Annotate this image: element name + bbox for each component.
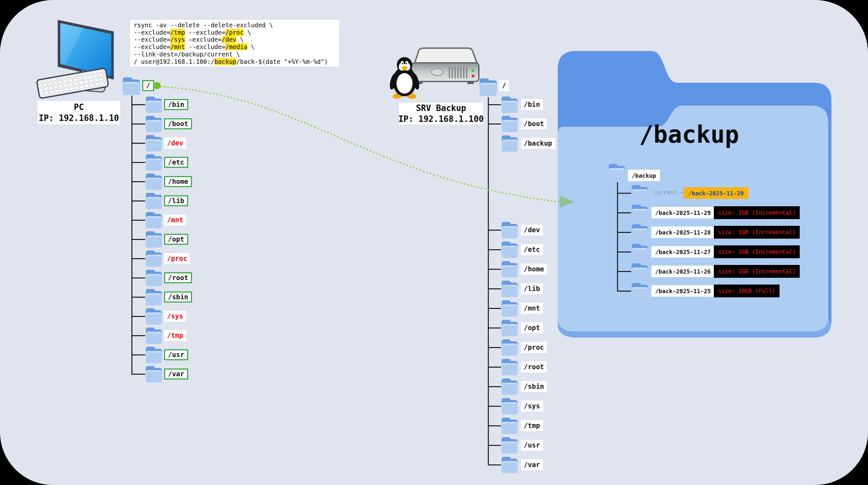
tree-item-label: /sys (164, 311, 186, 322)
command-text: / user@192.168.1.100:/ (134, 58, 214, 65)
pc-label: PC IP: 192.168.1.10 (37, 101, 120, 124)
folder-icon (501, 456, 518, 474)
highlighted-path: backup (214, 58, 237, 65)
folder-icon (145, 365, 162, 383)
folder-icon (501, 338, 518, 356)
rsync-command-line: --link-dest=/backup/current \ (134, 51, 336, 58)
tree-item-label: /root (521, 362, 547, 372)
folder-icon (145, 269, 162, 287)
tree-item-label: /boot (521, 118, 547, 129)
tree-connector (131, 335, 145, 336)
server-ip: IP: 192.168.1.100 (398, 114, 484, 124)
folder-icon (501, 377, 518, 396)
folder-icon (501, 221, 518, 239)
tree-connector (131, 278, 145, 279)
tree-connector (131, 220, 145, 221)
folder-icon (501, 240, 518, 259)
tree-connector (488, 308, 501, 309)
rsync-command-box: rsync -av --delete --delete-excluded \--… (129, 19, 340, 67)
tree-item-label: /boot (164, 118, 192, 129)
folder-icon (501, 260, 518, 278)
command-text: --link-dest=/backup/current \ (134, 51, 240, 58)
folder-icon (501, 319, 518, 337)
tree-connector (617, 212, 631, 213)
snapshot-label: /back-2025-11-29 (651, 207, 714, 219)
command-text: /back-$(date "+%Y-%m-%d") (236, 58, 328, 65)
root-folder-icon (608, 163, 626, 181)
tree-connector (131, 258, 145, 259)
tree-item-label: /bin (521, 99, 543, 110)
highlighted-path: /proc (225, 29, 244, 36)
folder-icon (145, 211, 162, 229)
tree-connector (131, 181, 145, 182)
server-box-icon (411, 48, 479, 84)
folder-icon (631, 223, 648, 241)
tree-item-label: /var (521, 459, 543, 470)
tree-connector (488, 104, 501, 105)
tree-item-label: /proc (521, 342, 547, 353)
folder-icon (145, 173, 162, 191)
backup-folder-title: /backup (639, 121, 739, 148)
tree-item-label: /usr (164, 349, 188, 360)
folder-icon (145, 307, 162, 325)
command-text: \ (247, 43, 255, 50)
tree-item-label: /sys (521, 401, 543, 411)
snapshot-size-badge: size: 10GB (Full) (714, 285, 779, 297)
tree-item-label: /dev (164, 138, 186, 148)
tree-item-label: /home (164, 176, 192, 187)
folder-icon (631, 204, 648, 222)
highlighted-path: /media (225, 43, 247, 50)
snapshot-label: /back-2025-11-25 (651, 285, 714, 297)
tree-item-label: /home (521, 264, 547, 275)
root-label: / (499, 80, 509, 91)
folder-icon (501, 115, 518, 133)
pc-ip: IP: 192.168.1.10 (39, 113, 119, 123)
folder-icon (145, 95, 162, 114)
folder-icon (145, 115, 162, 133)
snapshot-label: /back-2025-11-28 (651, 226, 714, 238)
folder-icon (501, 299, 518, 317)
snapshot-label: /back-2025-11-27 (651, 246, 714, 258)
tree-connector (131, 316, 145, 317)
current-symlink-target: /back-2025-11-29 (683, 187, 748, 199)
folder-icon (631, 184, 648, 202)
folder-icon (145, 153, 162, 171)
rsync-command-line: --exclude=/mnt --exclude=/media \ (134, 43, 336, 51)
command-text: --exclude= (185, 43, 225, 50)
tree-connector (488, 347, 501, 348)
folder-icon (501, 280, 518, 298)
tree-item-label: /sbin (164, 292, 192, 303)
tree-connector (131, 297, 145, 298)
tree-connector (131, 123, 145, 124)
tree-connector (488, 464, 501, 465)
tree-item-label: /etc (164, 157, 188, 168)
tree-item-label: /proc (164, 253, 190, 264)
rsync-command-line: --exclude=/sys –exclude=/dev \ (134, 36, 336, 43)
snapshot-size-badge: size: 1GB (Incremental) (714, 265, 800, 278)
folder-icon (501, 436, 518, 454)
root-label: / (142, 80, 154, 91)
current-symlink-label: current → (653, 189, 684, 196)
tree-item-label: /mnt (521, 303, 543, 314)
tree-connector (488, 445, 501, 446)
tree-connector (617, 193, 631, 194)
command-text: \ (244, 29, 251, 36)
rsync-command-line: / user@192.168.1.100:/backup/back-$(date… (134, 58, 336, 65)
folder-icon (145, 346, 162, 364)
folder-icon (631, 262, 648, 280)
folder-icon (145, 134, 162, 152)
pc-name: PC (74, 102, 84, 113)
tree-connector (488, 230, 501, 231)
rsync-command-line: rsync -av --delete --delete-excluded \ (134, 22, 336, 29)
tree-connector (131, 200, 145, 201)
command-text: \ (236, 36, 244, 43)
snapshot-size-badge: size: 1GB (Incremental) (714, 206, 800, 219)
command-text: --exclude= (185, 29, 225, 36)
tree-item-label: /mnt (164, 215, 186, 226)
tree-item-label: /var (164, 369, 188, 379)
tree-connector (131, 104, 145, 105)
flow-start-dot (154, 82, 161, 89)
tree-connector (617, 252, 631, 252)
backup-root-label: /backup (628, 170, 660, 181)
tree-connector (488, 327, 501, 329)
